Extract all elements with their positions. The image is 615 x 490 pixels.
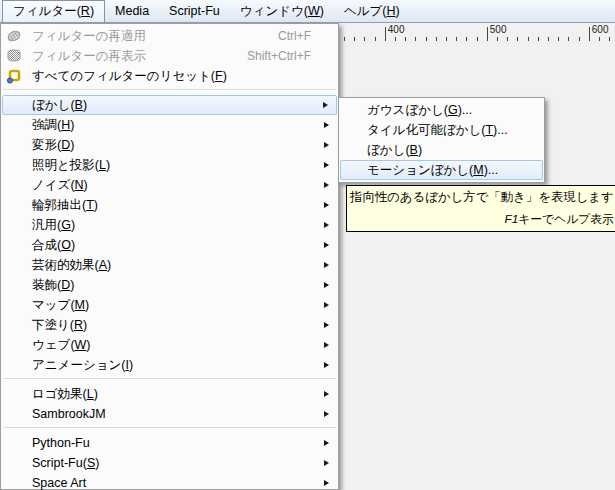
blur-submenu-item-tileable-blur[interactable]: タイル化可能ぼかし(T)...	[340, 120, 543, 140]
submenu-arrow-icon	[324, 122, 329, 128]
tooltip-help-suffix: キーでヘルプ表示	[518, 212, 614, 226]
submenu-arrow-icon	[324, 480, 329, 486]
filters-menu-item-space-art[interactable]: Space Art	[2, 473, 337, 490]
gimp-window: フィルター(R)MediaScript-Fuウィンドウ(W)ヘルプ(H) 400…	[0, 0, 615, 490]
reset-filters-icon	[6, 68, 32, 84]
submenu-arrow-icon	[324, 460, 329, 466]
menu-item-label: Python-Fu	[32, 436, 90, 450]
submenu-arrow-icon	[324, 162, 329, 168]
ruler-label: 400	[388, 24, 405, 35]
submenu-arrow-icon	[324, 282, 329, 288]
menubar-item-script-fu[interactable]: Script-Fu	[159, 0, 230, 22]
menu-item-label: 強調(H)	[32, 117, 74, 134]
filters-menu-item-reshow-filter[interactable]: フィルターの再表示Shift+Ctrl+F	[2, 46, 337, 66]
menu-item-label: アニメーション(I)	[32, 357, 133, 374]
filters-menu-item-map[interactable]: マップ(M)	[2, 295, 337, 315]
filters-menu-item-render[interactable]: 下塗り(R)	[2, 315, 337, 335]
filters-menu-item-repeat-filter[interactable]: フィルターの再適用Ctrl+F	[2, 26, 337, 46]
menu-item-label: 芸術的効果(A)	[32, 257, 111, 274]
menu-item-label: SambrookJM	[32, 407, 106, 421]
filters-menu-item-animation[interactable]: アニメーション(I)	[2, 355, 337, 375]
filters-menu-item-web[interactable]: ウェブ(W)	[2, 335, 337, 355]
blur-submenu-item-gaussian-blur[interactable]: ガウスぼかし(G)...	[340, 100, 543, 120]
filters-menu-item-artistic[interactable]: 芸術的効果(A)	[2, 255, 337, 275]
menu-item-label: タイル化可能ぼかし(T)...	[367, 122, 508, 139]
menu-item-label: Script-Fu(S)	[32, 456, 99, 470]
submenu-arrow-icon	[324, 142, 329, 148]
filters-menu-item-distorts[interactable]: 変形(D)	[2, 135, 337, 155]
filters-menu-item-logo-effects[interactable]: ロゴ効果(L)	[2, 384, 337, 404]
filters-menu-item-reset-all-filters[interactable]: すべてのフィルターのリセット(F)	[2, 66, 337, 86]
submenu-arrow-icon	[324, 411, 329, 417]
filters-menu-popup: フィルターの再適用Ctrl+Fフィルターの再表示Shift+Ctrl+Fすべての…	[0, 23, 339, 490]
menubar-item-help[interactable]: ヘルプ(H)	[334, 0, 410, 22]
tooltip-text: 指向性のあるぼかし方で「動き」を表現します	[350, 189, 614, 206]
menu-item-label: Space Art	[32, 476, 86, 490]
menu-separator	[3, 89, 336, 91]
menu-item-label: マップ(M)	[32, 297, 89, 314]
filters-menu-item-enhance[interactable]: 強調(H)	[2, 115, 337, 135]
submenu-arrow-icon	[324, 182, 329, 188]
filters-menu-item-edge-detect[interactable]: 輪郭抽出(T)	[2, 195, 337, 215]
ruler-label: 600	[592, 24, 609, 35]
menu-item-label: 合成(O)	[32, 237, 75, 254]
filters-menu-item-combine[interactable]: 合成(O)	[2, 235, 337, 255]
reshow-filter-icon	[6, 48, 32, 64]
submenu-arrow-icon	[324, 262, 329, 268]
menu-item-label: ノイズ(N)	[32, 177, 88, 194]
menu-item-label: モーションぼかし(M)...	[367, 162, 498, 179]
menu-item-label: 下塗り(R)	[32, 317, 87, 334]
menu-item-shortcut: Ctrl+F	[278, 29, 311, 43]
menubar-item-label: Media	[115, 4, 149, 18]
horizontal-ruler[interactable]: 400500600	[341, 23, 615, 41]
ruler-label: 500	[490, 24, 507, 35]
filters-menu-item-python-fu[interactable]: Python-Fu	[2, 433, 337, 453]
menu-item-shortcut: Shift+Ctrl+F	[247, 49, 311, 63]
menubar-item-media[interactable]: Media	[105, 0, 159, 22]
blur-submenu-item-blur[interactable]: ぼかし(B)	[340, 140, 543, 160]
menubar-item-label: ウィンドウ(W)	[240, 3, 324, 20]
menu-item-label: 輪郭抽出(T)	[32, 197, 98, 214]
submenu-arrow-icon	[324, 302, 329, 308]
menu-item-label: 汎用(G)	[32, 217, 75, 234]
submenu-arrow-icon	[324, 222, 329, 228]
filters-menu-item-generic[interactable]: 汎用(G)	[2, 215, 337, 235]
filters-menu-item-blur[interactable]: ぼかし(B)	[2, 95, 337, 115]
submenu-arrow-icon	[323, 102, 328, 108]
menubar-item-label: フィルター(R)	[13, 3, 94, 20]
filters-menu-item-noise[interactable]: ノイズ(N)	[2, 175, 337, 195]
menubar-item-windows[interactable]: ウィンドウ(W)	[230, 0, 334, 22]
menubar-item-label: Script-Fu	[169, 4, 220, 18]
menu-item-label: フィルターの再適用	[32, 28, 146, 45]
menu-item-label: 照明と投影(L)	[32, 157, 110, 174]
tooltip: 指向性のあるぼかし方で「動き」を表現します F1キーでヘルプ表示	[346, 185, 615, 232]
tooltip-help-hint: F1キーでヘルプ表示	[504, 212, 614, 228]
ruler-major-tick	[589, 27, 590, 41]
menu-item-label: ロゴ効果(L)	[32, 386, 98, 403]
submenu-arrow-icon	[324, 391, 329, 397]
menu-item-label: ガウスぼかし(G)...	[367, 102, 472, 119]
submenu-arrow-icon	[324, 342, 329, 348]
menu-bar: フィルター(R)MediaScript-Fuウィンドウ(W)ヘルプ(H)	[0, 0, 615, 23]
menu-separator	[3, 427, 336, 429]
submenu-arrow-icon	[324, 322, 329, 328]
menu-item-label: ウェブ(W)	[32, 337, 91, 354]
filters-menu-item-decor[interactable]: 装飾(D)	[2, 275, 337, 295]
filters-menu-item-sambrookjm[interactable]: SambrookJM	[2, 404, 337, 424]
menu-item-label: ぼかし(B)	[367, 142, 422, 159]
menu-item-label: フィルターの再表示	[32, 48, 146, 65]
menu-item-label: 装飾(D)	[32, 277, 74, 294]
submenu-arrow-icon	[324, 362, 329, 368]
submenu-arrow-icon	[324, 242, 329, 248]
tooltip-help-key: F1	[504, 212, 518, 226]
blur-submenu-item-motion-blur[interactable]: モーションぼかし(M)...	[340, 160, 543, 180]
filters-menu-item-light-and-shadow[interactable]: 照明と投影(L)	[2, 155, 337, 175]
menu-item-label: すべてのフィルターのリセット(F)	[32, 68, 227, 85]
menu-item-label: ぼかし(B)	[32, 97, 87, 114]
submenu-arrow-icon	[324, 440, 329, 446]
filters-menu-item-script-fu[interactable]: Script-Fu(S)	[2, 453, 337, 473]
ruler-major-tick	[385, 27, 386, 41]
menubar-item-label: ヘルプ(H)	[344, 3, 400, 20]
ruler-major-tick	[487, 27, 488, 41]
menubar-item-filters[interactable]: フィルター(R)	[2, 0, 105, 22]
